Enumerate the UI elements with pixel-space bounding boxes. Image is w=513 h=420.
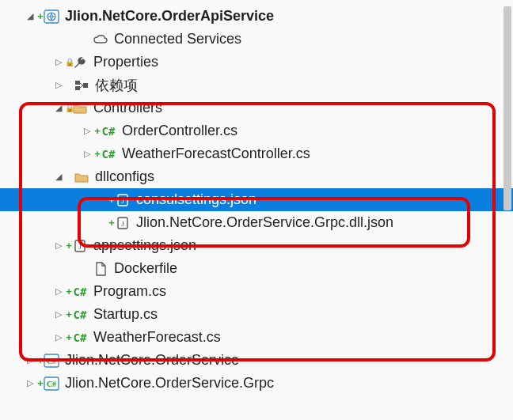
folder-icon <box>73 172 90 183</box>
svg-line-7 <box>80 85 83 88</box>
wrench-icon <box>71 55 89 70</box>
expand-icon[interactable]: ▷ <box>52 286 65 297</box>
csharp-project-icon: C# <box>43 354 60 368</box>
collapse-icon[interactable]: ◢ <box>24 11 36 21</box>
csharp-file-icon: C# <box>71 308 89 321</box>
expand-icon[interactable]: ▷ <box>24 355 36 365</box>
file-label: Dockerfile <box>112 260 177 277</box>
file-label: WeatherForecast.cs <box>92 329 221 346</box>
file-icon <box>92 262 109 276</box>
cloud-icon <box>92 33 109 46</box>
dllconfigs-label: dllconfigs <box>93 168 154 185</box>
startup-file[interactable]: ▷ + C# Startup.cs <box>0 303 513 326</box>
dependencies-label: 依赖项 <box>93 76 138 95</box>
json-file-icon: J <box>71 239 89 253</box>
dependencies-icon <box>73 80 90 91</box>
connected-services-label: Connected Services <box>112 31 241 47</box>
csharp-project-icon: C# <box>43 376 60 391</box>
project-name: Jlion.NetCore.OrderApiService <box>63 8 274 25</box>
svg-line-6 <box>80 83 83 85</box>
consulsettings-file[interactable]: ▷ + J consulsettings.json <box>0 188 513 211</box>
svg-text:C#: C# <box>47 357 56 365</box>
file-label: WeatherForecastController.cs <box>120 146 310 162</box>
properties-node[interactable]: ▷ 🔒 Properties <box>0 51 513 74</box>
svg-text:J: J <box>121 220 124 228</box>
file-label: Startup.cs <box>92 306 158 323</box>
svg-text:J: J <box>78 243 82 251</box>
json-file-icon: J <box>114 193 131 207</box>
file-label: Jlion.NetCore.OrderService.Grpc.dll.json <box>135 214 393 231</box>
svg-rect-5 <box>83 83 88 88</box>
expand-icon[interactable]: ▷ <box>52 57 65 67</box>
controllers-folder[interactable]: ◢ 🔒 Controllers <box>0 96 513 119</box>
project-label: Jlion.NetCore.OrderService <box>63 352 239 369</box>
file-label: OrderController.cs <box>120 123 238 139</box>
program-file[interactable]: ▷ + C# Program.cs <box>0 280 513 303</box>
grpc-dll-json-file[interactable]: ▷ + J Jlion.NetCore.OrderService.Grpc.dl… <box>0 211 513 234</box>
json-file-icon: J <box>114 216 131 230</box>
dependencies-node[interactable]: ▷ 依赖项 <box>0 74 513 96</box>
controllers-label: Controllers <box>92 100 162 116</box>
web-project-icon <box>43 9 60 24</box>
file-label: Program.cs <box>92 283 166 300</box>
order-controller-file[interactable]: ▷ + C# OrderController.cs <box>0 119 513 142</box>
csharp-file-icon: C# <box>100 125 117 138</box>
svg-rect-4 <box>75 86 80 90</box>
dllconfigs-folder[interactable]: ◢ dllconfigs <box>0 165 513 188</box>
expand-icon[interactable]: ▷ <box>81 126 93 136</box>
expand-icon[interactable]: ▷ <box>81 149 93 159</box>
csharp-file-icon: C# <box>71 286 89 298</box>
expand-icon[interactable]: ▷ <box>52 240 65 251</box>
svg-text:C#: C# <box>47 380 56 388</box>
appsettings-file[interactable]: ▷ + J appsettings.json <box>0 234 513 257</box>
orderservice-grpc-project[interactable]: ▷ + C# Jlion.NetCore.OrderService.Grpc <box>0 372 513 395</box>
collapse-icon[interactable]: ◢ <box>52 103 65 113</box>
connected-services-node[interactable]: ▷ Connected Services <box>0 28 513 51</box>
solution-explorer-tree: ◢ + Jlion.NetCore.OrderApiService ▷ Conn… <box>0 0 513 399</box>
folder-icon <box>71 103 89 114</box>
expand-icon[interactable]: ▷ <box>52 309 65 320</box>
expand-icon[interactable]: ▷ <box>52 332 65 342</box>
file-label: appsettings.json <box>92 237 196 254</box>
csharp-file-icon: C# <box>71 331 89 344</box>
orderservice-project[interactable]: ▷ + C# Jlion.NetCore.OrderService <box>0 349 513 372</box>
collapse-icon[interactable]: ◢ <box>52 172 65 182</box>
file-label: consulsettings.json <box>135 191 256 208</box>
expand-icon[interactable]: ▷ <box>24 378 36 388</box>
weatherforecast-file[interactable]: ▷ + C# WeatherForecast.cs <box>0 326 513 349</box>
properties-label: Properties <box>92 54 158 70</box>
dockerfile[interactable]: ▷ Dockerfile <box>0 257 513 280</box>
csharp-file-icon: C# <box>100 148 117 161</box>
weather-controller-file[interactable]: ▷ + C# WeatherForecastController.cs <box>0 142 513 165</box>
svg-rect-3 <box>75 81 80 85</box>
project-root[interactable]: ◢ + Jlion.NetCore.OrderApiService <box>0 5 513 28</box>
scrollbar-vertical[interactable] <box>504 6 511 210</box>
expand-icon[interactable]: ▷ <box>52 80 65 90</box>
svg-text:J: J <box>121 197 124 205</box>
project-label: Jlion.NetCore.OrderService.Grpc <box>63 375 274 392</box>
